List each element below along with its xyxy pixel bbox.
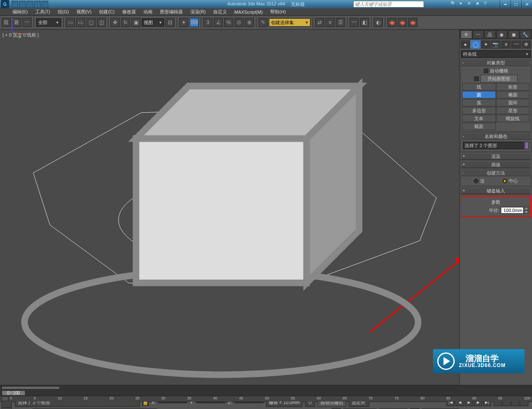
shape-buttons: 线 矩形 圆 椭圆 弧 圆环 多边形 星形 文本 螺旋线 截面	[462, 83, 530, 130]
infocenter-icons: 🔍 ✦ ✕ ★ ?	[451, 1, 490, 7]
menu-customize[interactable]: 自定义	[213, 9, 227, 15]
menu-rendering[interactable]: 渲染(R)	[190, 9, 206, 15]
cat-spacewarps-icon[interactable]: 〰	[511, 40, 521, 49]
btn-helix[interactable]: 螺旋线	[496, 115, 530, 122]
svg-text:y: y	[19, 35, 21, 39]
qat-open-icon[interactable]	[19, 1, 26, 7]
watermark-play-icon	[437, 352, 455, 370]
menu-animation[interactable]: 动画	[143, 9, 153, 15]
viewport[interactable]: [ + 0 正交 0 线框 ] z x y z x y	[0, 30, 459, 385]
coord-y[interactable]	[196, 402, 225, 403]
autogrid-checkbox[interactable]	[484, 69, 488, 73]
coord-x[interactable]	[158, 402, 187, 403]
help-search-input[interactable]	[353, 1, 424, 7]
favorites-icon[interactable]: ★	[475, 1, 482, 7]
menu-modifiers[interactable]: 修改器	[122, 9, 136, 15]
radius-spin-down[interactable]: ▼	[524, 210, 529, 214]
btn-ellipse[interactable]: 椭圆	[496, 91, 530, 99]
svg-text:x: x	[26, 32, 27, 35]
cat-systems-icon[interactable]: ✲	[522, 40, 531, 49]
rollout-rendering: +渲染	[461, 153, 531, 160]
tab-utilities-icon[interactable]: 🔧	[520, 30, 532, 39]
radius-spin-up[interactable]: ▲	[524, 207, 529, 210]
color-swatch[interactable]	[525, 142, 529, 149]
menu-group[interactable]: 组(G)	[58, 9, 69, 15]
radius-label: 半径:	[489, 207, 499, 214]
radio-edge[interactable]	[474, 179, 478, 183]
timeline-ticks: 0510152025303540455055606570758085909510…	[10, 396, 530, 400]
menu-maxscript[interactable]: MAXScript(M)	[234, 10, 263, 15]
object-name-input[interactable]	[463, 142, 524, 149]
search-icon[interactable]: 🔍	[451, 1, 457, 7]
highlighted-params: 参数 半径: ▲▼	[461, 196, 531, 217]
qat-redo-icon[interactable]	[42, 1, 48, 7]
menu-edit[interactable]: 编辑(E)	[12, 9, 28, 15]
watermark: 溜溜自学 ZIXUE.3D66.COM	[433, 349, 525, 373]
start-new-shape-checkbox[interactable]	[474, 76, 479, 81]
menu-grapheditors[interactable]: 图形编辑器	[160, 9, 183, 15]
shape-category-dropdown[interactable]: 样条线▼	[461, 50, 531, 58]
minimize-button[interactable]: ━	[500, 0, 510, 8]
cat-cameras-icon[interactable]: 📷	[491, 40, 500, 49]
help-icon[interactable]: ?	[484, 1, 490, 7]
axis-tripod-icon: z x y	[8, 17, 468, 372]
timeline-ruler[interactable]: 0510152025303540455055606570758085909510…	[0, 396, 532, 402]
tab-hierarchy-icon[interactable]: 品	[484, 30, 496, 39]
subscribe-icon[interactable]: ✦	[459, 1, 466, 7]
rollout-keyboard-entry: +键盘输入	[461, 187, 531, 195]
close-button[interactable]: ✕	[521, 0, 532, 8]
cat-helpers-icon[interactable]: ≡	[501, 40, 511, 49]
qat-save-icon[interactable]	[27, 1, 33, 7]
btn-rectangle[interactable]: 矩形	[496, 83, 530, 91]
coord-z[interactable]	[234, 402, 264, 403]
timeline-config-icon[interactable]	[2, 396, 8, 401]
tab-display-icon[interactable]: ▣	[508, 30, 520, 39]
panel-tabs: ✲ 〰 品 ◉ ▣ 🔧	[460, 30, 532, 39]
doc-title: 无标题	[291, 1, 305, 7]
menu-bar: 编辑(E) 工具(T) 组(G) 视图(V) 创建(C) 修改器 动画 图形编辑…	[0, 8, 532, 16]
command-panel: ✲ 〰 品 ◉ ▣ 🔧 ● ◯ ✦ 📷 ≡ 〰 ✲ 样条线▼ -对象类型 自动栅…	[459, 30, 532, 385]
create-categories: ● ◯ ✦ 📷 ≡ 〰 ✲	[460, 39, 532, 49]
cat-shapes-icon[interactable]: ◯	[470, 40, 480, 49]
menu-help[interactable]: 帮助(H)	[270, 9, 286, 15]
menu-tools[interactable]: 工具(T)	[35, 9, 50, 15]
exchange-icon[interactable]: ✕	[467, 1, 474, 7]
btn-star[interactable]: 星形	[496, 107, 530, 114]
app-title: Autodesk 3ds Max 2012 x64	[227, 1, 285, 7]
status-bar: 选择了 2 个图形 🔒 X: Y: Z: 栅格 = 10.0mm ⊙ 自动关键点…	[0, 402, 532, 409]
svg-text:z: z	[12, 17, 13, 21]
tab-motion-icon[interactable]: ◉	[496, 30, 508, 39]
rollout-name-color: -名称和颜色	[461, 133, 531, 152]
radius-input[interactable]	[501, 207, 524, 214]
btn-donut[interactable]: 圆环	[496, 99, 530, 106]
qat-new-icon[interactable]	[12, 1, 18, 7]
maximize-button[interactable]: □	[510, 0, 521, 8]
app-logo: G	[1, 0, 9, 8]
cat-lights-icon[interactable]: ✦	[481, 40, 490, 49]
title-bar: G Autodesk 3ds Max 2012 x64 无标题 🔍 ✦ ✕ ★ …	[0, 0, 532, 8]
rollout-creation-method: -创建方法 边 中心	[461, 169, 531, 186]
help-search[interactable]	[353, 1, 424, 7]
radio-center[interactable]	[502, 179, 507, 183]
tab-modify-icon[interactable]: 〰	[473, 30, 484, 39]
menu-views[interactable]: 视图(V)	[76, 9, 92, 15]
qat-undo-icon[interactable]	[34, 1, 41, 7]
menu-create[interactable]: 创建(C)	[99, 9, 114, 15]
rollout-interpolation: +插值	[461, 161, 531, 168]
rollout-object-type: -对象类型 自动栅格 开始新图形 线 矩形 圆 椭圆 弧 圆环 多边形 星形 文…	[461, 59, 531, 132]
qat-icons	[12, 1, 48, 7]
svg-line-18	[12, 34, 19, 37]
